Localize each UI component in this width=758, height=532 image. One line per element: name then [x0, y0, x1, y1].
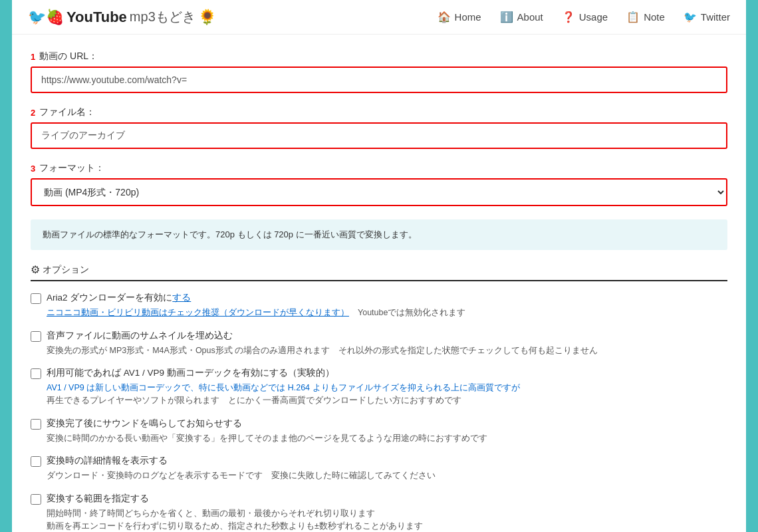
option-av1vp9-checkbox[interactable]: [31, 368, 41, 379]
option-thumbnail: 音声ファイルに動画のサムネイルを埋め込む 変換先の形式が MP3形式・M4A形式…: [31, 330, 727, 357]
info-box: 動画ファイルの標準的なフォーマットです。720p もしくは 720p に一番近い…: [31, 219, 727, 250]
option-sound-checkbox[interactable]: [31, 419, 41, 430]
option-sound-row: 変換完了後にサウンドを鳴らしてお知らせする: [31, 418, 727, 430]
option-detail-row: 変換時の詳細情報を表示する: [31, 455, 727, 467]
option-aria2-title: Aria2 ダウンローダーを有効にする: [47, 292, 191, 305]
option-detail: 変換時の詳細情報を表示する ダウンロード・変換時のログなどを表示するモードです …: [31, 455, 727, 482]
info-icon: ℹ️: [500, 11, 513, 23]
niconico-link[interactable]: ニコニコ動画・ビリビリ動画はチェック推奨（ダウンロードが早くなります）: [47, 308, 349, 317]
option-aria2-row: Aria2 ダウンローダーを有効にする: [31, 292, 727, 305]
nav-about[interactable]: ℹ️ About: [500, 11, 543, 23]
option-thumbnail-checkbox[interactable]: [31, 331, 41, 342]
header: 🐦🍓 YouTube mp3もどき 🌻 🏠 Home ℹ️ About ❓ Us…: [12, 0, 746, 35]
format-select[interactable]: 動画 (MP4形式・720p) 音声 (MP3形式) 音声 (M4A形式): [31, 178, 727, 206]
nav-usage-label: Usage: [579, 11, 608, 23]
nav-about-label: About: [517, 11, 543, 23]
nav-usage[interactable]: ❓ Usage: [562, 11, 608, 23]
option-aria2-link[interactable]: する: [172, 293, 191, 303]
option-aria2: Aria2 ダウンローダーを有効にする ニコニコ動画・ビリビリ動画はチェック推奨…: [31, 292, 727, 319]
logo-sunflower: 🌻: [198, 9, 216, 26]
format-section: 3 フォーマット： 動画 (MP4形式・720p) 音声 (MP3形式) 音声 …: [31, 162, 727, 206]
option-detail-title: 変換時の詳細情報を表示する: [47, 455, 168, 467]
option-av1vp9-row: 利用可能であれば AV1 / VP9 動画コーデックを有効にする（実験的）: [31, 367, 727, 380]
option-aria2-desc: ニコニコ動画・ビリビリ動画はチェック推奨（ダウンロードが早くなります） Yout…: [47, 307, 727, 319]
nav-twitter-label: Twitter: [701, 11, 730, 23]
option-range-checkbox[interactable]: [31, 494, 41, 505]
gear-icon: ⚙: [31, 263, 40, 276]
options-header: ⚙ オプション: [31, 263, 727, 281]
option-av1vp9: 利用可能であれば AV1 / VP9 動画コーデックを有効にする（実験的） AV…: [31, 367, 727, 406]
options-title: オプション: [43, 264, 89, 276]
filename-section: 2 ファイル名：: [31, 106, 727, 149]
option-av1vp9-title: 利用可能であれば AV1 / VP9 動画コーデックを有効にする（実験的）: [47, 367, 334, 380]
note-icon: 📋: [626, 11, 640, 23]
question-icon: ❓: [562, 11, 575, 23]
home-icon: 🏠: [438, 11, 451, 23]
option-av1vp9-desc: AV1 / VP9 は新しい動画コーデックで、特に長い動画などでは H.264 …: [47, 382, 727, 407]
main-content: 1 動画の URL： 2 ファイル名： 3 フォーマット： 動画 (MP4形式・…: [20, 35, 738, 532]
filename-label: 2 ファイル名：: [31, 106, 727, 118]
option-sound-desc: 変換に時間のかかる長い動画や「変換する」を押してそのまま他のページを見てるような…: [47, 432, 727, 445]
step-1: 1: [31, 52, 35, 62]
option-sound: 変換完了後にサウンドを鳴らしてお知らせする 変換に時間のかかる長い動画や「変換す…: [31, 418, 727, 445]
url-label: 1 動画の URL：: [31, 51, 727, 63]
options-section: ⚙ オプション Aria2 ダウンローダーを有効にする ニコニコ動画・ビリビリ動…: [31, 263, 727, 532]
logo-mp3: mp3もどき: [130, 8, 195, 26]
url-input[interactable]: [31, 66, 727, 93]
option-detail-checkbox[interactable]: [31, 456, 41, 467]
option-range-title: 変換する範囲を指定する: [47, 493, 149, 505]
option-av1vp9-desc-blue: AV1 / VP9 は新しい動画コーデックで、特に長い動画などでは H.264 …: [47, 383, 520, 392]
step-3: 3: [31, 164, 35, 174]
logo-area: 🐦🍓 YouTube mp3もどき 🌻: [28, 8, 438, 26]
main-nav: 🏠 Home ℹ️ About ❓ Usage 📋 Note 🐦 Twitter: [438, 11, 730, 23]
nav-home-label: Home: [455, 11, 481, 23]
nav-twitter[interactable]: 🐦 Twitter: [684, 11, 730, 23]
option-range-desc: 開始時間・終了時間どちらかを省くと、動画の最初・最後からそれぞれ切り取ります 動…: [47, 507, 727, 532]
filename-input[interactable]: [31, 122, 727, 149]
nav-note[interactable]: 📋 Note: [626, 11, 665, 23]
logo-brand: YouTube: [66, 9, 127, 26]
twitter-icon: 🐦: [684, 11, 697, 23]
format-label: 3 フォーマット：: [31, 162, 727, 174]
nav-home[interactable]: 🏠 Home: [438, 11, 481, 23]
logo-icons: 🐦🍓: [28, 9, 64, 26]
option-sound-title: 変換完了後にサウンドを鳴らしてお知らせする: [47, 418, 242, 430]
option-thumbnail-desc: 変換先の形式が MP3形式・M4A形式・Opus形式 の場合のみ適用されます そ…: [47, 344, 727, 357]
option-aria2-checkbox[interactable]: [31, 293, 41, 304]
option-range-row: 変換する範囲を指定する: [31, 493, 727, 505]
option-range: 変換する範囲を指定する 開始時間・終了時間どちらかを省くと、動画の最初・最後から…: [31, 493, 727, 532]
url-section: 1 動画の URL：: [31, 51, 727, 93]
nav-note-label: Note: [644, 11, 665, 23]
option-thumbnail-row: 音声ファイルに動画のサムネイルを埋め込む: [31, 330, 727, 342]
step-2: 2: [31, 108, 35, 118]
option-detail-desc: ダウンロード・変換時のログなどを表示するモードです 変換に失敗した時に確認してみ…: [47, 469, 727, 482]
option-thumbnail-title: 音声ファイルに動画のサムネイルを埋め込む: [47, 330, 233, 342]
